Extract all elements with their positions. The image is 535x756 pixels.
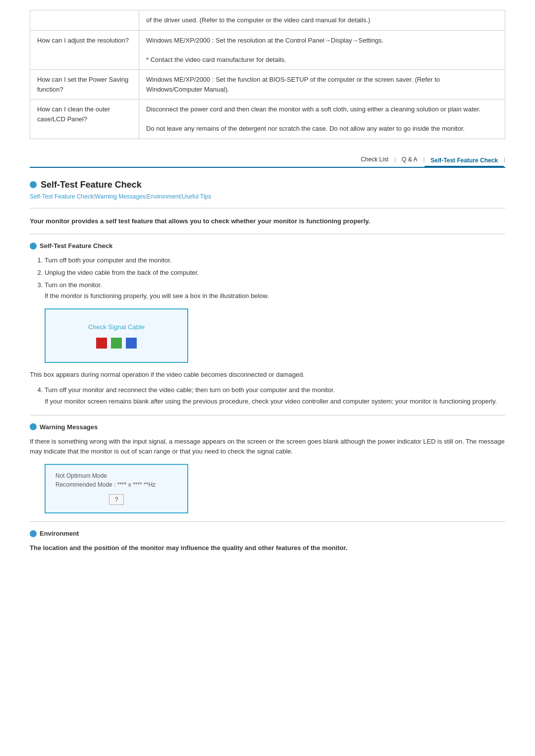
warning-illustration-box: Not Optimum Mode Recommended Mode : ****… xyxy=(45,464,188,513)
monitor-illustration-box: Check Signal Cable xyxy=(45,308,188,363)
tab-qa[interactable]: Q & A xyxy=(396,154,423,165)
faq-answer-1: Windows ME/XP/2000 : Set the resolution … xyxy=(139,30,505,70)
steps-list: Turn off both your computer and the moni… xyxy=(45,255,505,302)
tab-checklist[interactable]: Check List xyxy=(355,154,394,165)
self-test-dot xyxy=(30,243,37,250)
divider-intro xyxy=(30,208,505,208)
divider-1 xyxy=(30,234,505,234)
subnav-self-test[interactable]: Self-Test Feature Check xyxy=(30,193,94,200)
color-squares xyxy=(96,338,137,349)
self-test-header: Self-Test Feature Check xyxy=(30,242,505,250)
environment-section: Environment The location and the positio… xyxy=(30,530,505,553)
warning-body: If there is something wrong with the inp… xyxy=(30,437,505,457)
nav-tabs: Check List | Q & A | Self-Test Feature C… xyxy=(30,154,505,168)
step-4: Turn off your monitor and reconnect the … xyxy=(45,385,505,407)
page-title-area: Self-Test Feature Check xyxy=(30,180,505,190)
faq-answer-3: Disconnect the power cord and then clean… xyxy=(139,100,505,139)
step-4-list: Turn off your monitor and reconnect the … xyxy=(45,385,505,407)
step-3: Turn on the monitor. If the monitor is f… xyxy=(45,280,505,302)
faq-row-3: How can I clean the outer case/LCD Panel… xyxy=(30,100,505,139)
divider-3 xyxy=(30,521,505,522)
warn-rec: Recommended Mode : **** x **** **Hz xyxy=(55,481,156,488)
step-2: Unplug the video cable from the back of … xyxy=(45,268,505,278)
after-box-text: This box appears during normal operation… xyxy=(30,370,505,380)
red-square xyxy=(96,338,107,349)
green-square xyxy=(111,338,122,349)
step-1: Turn off both your computer and the moni… xyxy=(45,255,505,266)
title-blue-dot xyxy=(30,181,37,188)
environment-dot xyxy=(30,530,37,537)
environment-header: Environment xyxy=(30,530,505,537)
tab-self-test[interactable]: Self-Test Feature Check xyxy=(425,155,504,167)
warn-question-btn[interactable]: ? xyxy=(109,494,124,505)
faq-row-2: How can I set the Power Saving function?… xyxy=(30,70,505,100)
signal-cable-text: Check Signal Cable xyxy=(88,323,145,331)
environment-bold-text: The location and the position of the mon… xyxy=(30,543,505,553)
subnav-warning[interactable]: Warning Messages xyxy=(95,193,146,200)
subnav-environment[interactable]: Environment xyxy=(147,193,180,200)
step-4-sub: If your monitor screen remains blank aft… xyxy=(45,397,505,407)
divider-2 xyxy=(30,415,505,415)
self-test-header-label: Self-Test Feature Check xyxy=(40,242,112,250)
faq-table: of the driver used. (Refer to the comput… xyxy=(30,10,505,139)
faq-row-1: How can I adjust the resolution? Windows… xyxy=(30,30,505,70)
faq-answer-0: of the driver used. (Refer to the comput… xyxy=(139,10,505,31)
sub-nav: Self-Test Feature Check | Warning Messag… xyxy=(30,193,505,200)
faq-question-0 xyxy=(30,10,139,31)
warn-title: Not Optimum Mode xyxy=(55,472,107,479)
page-title: Self-Test Feature Check xyxy=(41,180,142,190)
faq-question-3: How can I clean the outer case/LCD Panel… xyxy=(30,100,139,139)
warning-header: Warning Messages xyxy=(30,423,505,431)
subnav-useful-tips[interactable]: Useful Tips xyxy=(182,193,211,200)
warning-header-label: Warning Messages xyxy=(40,423,98,431)
faq-answer-2: Windows ME/XP/2000 : Set the function at… xyxy=(139,70,505,100)
intro-text: Your monitor provides a self test featur… xyxy=(30,216,505,226)
step-3-sub: If the monitor is functioning properly, … xyxy=(45,291,505,302)
faq-question-1: How can I adjust the resolution? xyxy=(30,30,139,70)
environment-header-label: Environment xyxy=(40,530,79,537)
warning-dot xyxy=(30,423,37,430)
blue-square xyxy=(126,338,137,349)
faq-row-0: of the driver used. (Refer to the comput… xyxy=(30,10,505,31)
faq-question-2: How can I set the Power Saving function? xyxy=(30,70,139,100)
